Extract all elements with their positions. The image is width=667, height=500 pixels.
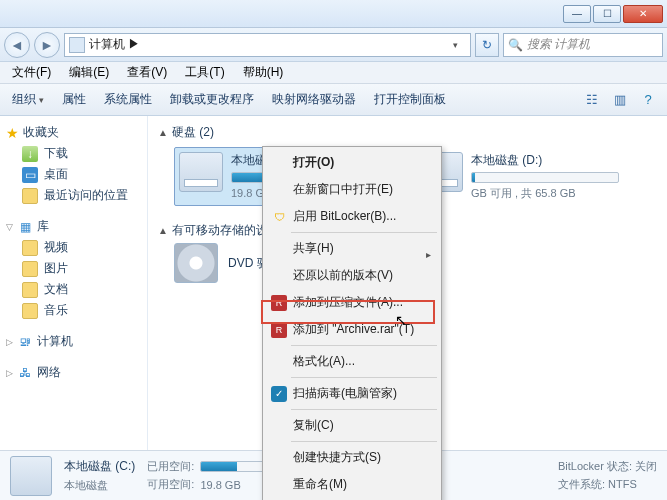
status-free-value: 19.8 GB bbox=[200, 479, 240, 491]
drive-d-name: 本地磁盘 (D:) bbox=[471, 152, 619, 169]
system-properties-button[interactable]: 系统属性 bbox=[100, 87, 156, 112]
chevron-down-icon: ▲ bbox=[158, 127, 168, 138]
folder-icon bbox=[22, 303, 38, 319]
address-dropdown-icon[interactable]: ▾ bbox=[445, 40, 466, 50]
control-panel-button[interactable]: 打开控制面板 bbox=[370, 87, 450, 112]
sidebar-pictures[interactable]: 图片 bbox=[0, 258, 147, 279]
back-button[interactable]: ◄ bbox=[4, 32, 30, 58]
recent-icon bbox=[22, 188, 38, 204]
hard-disk-icon bbox=[179, 152, 223, 192]
section-hard-disks[interactable]: ▲ 硬盘 (2) bbox=[156, 120, 659, 145]
drive-d-sub: GB 可用 , 共 65.8 GB bbox=[471, 186, 619, 201]
ctx-open-new-window[interactable]: 在新窗口中打开(E) bbox=[265, 176, 439, 203]
status-free-label: 可用空间: bbox=[147, 477, 194, 492]
window-controls: — ☐ ✕ bbox=[563, 5, 663, 23]
search-icon: 🔍 bbox=[508, 38, 523, 52]
shield-icon: 🛡 bbox=[271, 209, 287, 225]
chevron-down-icon: ▽ bbox=[6, 222, 13, 232]
download-icon: ↓ bbox=[22, 146, 38, 162]
search-placeholder: 搜索 计算机 bbox=[527, 36, 590, 53]
navigation-pane: ★ 收藏夹 ↓下载 ▭桌面 最近访问的位置 ▽ ▦ 库 视频 图片 文档 音乐 … bbox=[0, 116, 148, 450]
separator bbox=[291, 345, 437, 346]
sidebar-videos[interactable]: 视频 bbox=[0, 237, 147, 258]
maximize-button[interactable]: ☐ bbox=[593, 5, 621, 23]
chevron-right-icon: ▷ bbox=[6, 337, 13, 347]
ctx-share[interactable]: 共享(H) bbox=[265, 235, 439, 262]
ctx-rename[interactable]: 重命名(M) bbox=[265, 471, 439, 498]
menu-tools[interactable]: 工具(T) bbox=[177, 62, 232, 83]
dvd-drive-icon bbox=[174, 243, 218, 283]
separator bbox=[291, 441, 437, 442]
status-filesystem: 文件系统: NTFS bbox=[558, 477, 657, 492]
address-bar[interactable]: 计算机 ▶ ▾ bbox=[64, 33, 471, 57]
ctx-scan-virus[interactable]: ✓扫描病毒(电脑管家) bbox=[265, 380, 439, 407]
chevron-down-icon: ▲ bbox=[158, 225, 168, 236]
drive-d-usage-bar bbox=[471, 172, 619, 183]
ctx-bitlocker[interactable]: 🛡启用 BitLocker(B)... bbox=[265, 203, 439, 230]
antivirus-icon: ✓ bbox=[271, 386, 287, 402]
sidebar-music[interactable]: 音乐 bbox=[0, 300, 147, 321]
nav-bar: ◄ ► 计算机 ▶ ▾ ↻ 🔍 搜索 计算机 bbox=[0, 28, 667, 62]
sidebar-downloads[interactable]: ↓下载 bbox=[0, 143, 147, 164]
drive-d[interactable]: 本地磁盘 (D:) GB 可用 , 共 65.8 GB bbox=[414, 147, 624, 206]
menu-view[interactable]: 查看(V) bbox=[119, 62, 175, 83]
ctx-open[interactable]: 打开(O) bbox=[265, 149, 439, 176]
preview-pane-button[interactable]: ▥ bbox=[609, 89, 631, 111]
status-drive-label: 本地磁盘 (C:) bbox=[64, 458, 135, 475]
libraries-icon: ▦ bbox=[17, 219, 33, 235]
help-button[interactable]: ? bbox=[637, 89, 659, 111]
map-drive-button[interactable]: 映射网络驱动器 bbox=[268, 87, 360, 112]
menu-help[interactable]: 帮助(H) bbox=[235, 62, 292, 83]
search-input[interactable]: 🔍 搜索 计算机 bbox=[503, 33, 663, 57]
sidebar-favorites[interactable]: ★ 收藏夹 bbox=[0, 122, 147, 143]
star-icon: ★ bbox=[6, 125, 19, 141]
ctx-copy[interactable]: 复制(C) bbox=[265, 412, 439, 439]
forward-button[interactable]: ► bbox=[34, 32, 60, 58]
separator bbox=[291, 409, 437, 410]
menu-bar: 文件(F) 编辑(E) 查看(V) 工具(T) 帮助(H) bbox=[0, 62, 667, 84]
rar-icon: R bbox=[271, 322, 287, 338]
computer-icon: 🖳 bbox=[17, 334, 33, 350]
organize-button[interactable]: 组织 bbox=[8, 87, 48, 112]
ctx-add-to-archive[interactable]: R添加到压缩文件(A)... bbox=[265, 289, 439, 316]
folder-icon bbox=[22, 261, 38, 277]
window-titlebar: — ☐ ✕ bbox=[0, 0, 667, 28]
separator bbox=[291, 232, 437, 233]
status-bitlocker: BitLocker 状态: 关闭 bbox=[558, 459, 657, 474]
view-mode-button[interactable]: ☷ bbox=[581, 89, 603, 111]
sidebar-libraries[interactable]: ▽ ▦ 库 bbox=[0, 216, 147, 237]
minimize-button[interactable]: — bbox=[563, 5, 591, 23]
computer-icon bbox=[69, 37, 85, 53]
menu-edit[interactable]: 编辑(E) bbox=[61, 62, 117, 83]
sidebar-desktop[interactable]: ▭桌面 bbox=[0, 164, 147, 185]
uninstall-button[interactable]: 卸载或更改程序 bbox=[166, 87, 258, 112]
status-drive-type: 本地磁盘 bbox=[64, 478, 135, 493]
close-button[interactable]: ✕ bbox=[623, 5, 663, 23]
address-path: 计算机 ▶ bbox=[89, 36, 441, 53]
sidebar-favorites-label: 收藏夹 bbox=[23, 124, 59, 141]
ctx-format[interactable]: 格式化(A)... bbox=[265, 348, 439, 375]
status-used-label: 已用空间: bbox=[147, 459, 194, 474]
separator bbox=[291, 377, 437, 378]
sidebar-documents[interactable]: 文档 bbox=[0, 279, 147, 300]
properties-button[interactable]: 属性 bbox=[58, 87, 90, 112]
sidebar-network[interactable]: ▷ 🖧 网络 bbox=[0, 362, 147, 383]
refresh-button[interactable]: ↻ bbox=[475, 33, 499, 57]
menu-file[interactable]: 文件(F) bbox=[4, 62, 59, 83]
rar-icon: R bbox=[271, 295, 287, 311]
context-menu: 打开(O) 在新窗口中打开(E) 🛡启用 BitLocker(B)... 共享(… bbox=[262, 146, 442, 500]
folder-icon bbox=[22, 240, 38, 256]
desktop-icon: ▭ bbox=[22, 167, 38, 183]
ctx-restore-versions[interactable]: 还原以前的版本(V) bbox=[265, 262, 439, 289]
sidebar-recent[interactable]: 最近访问的位置 bbox=[0, 185, 147, 206]
sidebar-computer[interactable]: ▷ 🖳 计算机 bbox=[0, 331, 147, 352]
ctx-add-to-archive-rar[interactable]: R添加到 "Archive.rar"(T) bbox=[265, 316, 439, 343]
command-bar: 组织 属性 系统属性 卸载或更改程序 映射网络驱动器 打开控制面板 ☷ ▥ ? bbox=[0, 84, 667, 116]
ctx-create-shortcut[interactable]: 创建快捷方式(S) bbox=[265, 444, 439, 471]
network-icon: 🖧 bbox=[17, 365, 33, 381]
chevron-right-icon: ▷ bbox=[6, 368, 13, 378]
hard-disk-icon bbox=[10, 456, 52, 496]
folder-icon bbox=[22, 282, 38, 298]
